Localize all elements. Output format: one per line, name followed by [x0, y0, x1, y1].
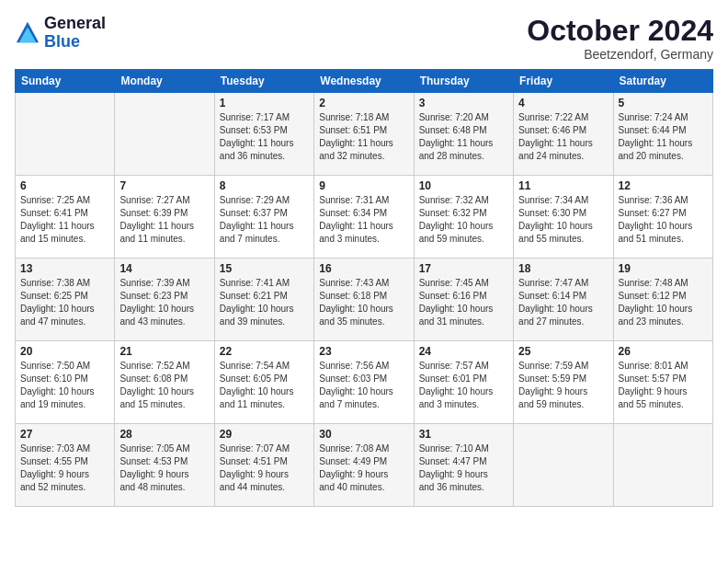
calendar-cell: 11Sunrise: 7:34 AM Sunset: 6:30 PM Dayli…	[514, 176, 613, 259]
day-number: 28	[119, 428, 209, 441]
calendar-cell: 13Sunrise: 7:38 AM Sunset: 6:25 PM Dayli…	[16, 259, 115, 341]
day-number: 3	[419, 97, 508, 109]
day-number: 8	[220, 179, 309, 192]
calendar-cell: 27Sunrise: 7:03 AM Sunset: 4:55 PM Dayli…	[16, 424, 115, 507]
day-header-monday: Monday	[115, 70, 214, 93]
day-info: Sunrise: 7:32 AM Sunset: 6:32 PM Dayligh…	[419, 194, 508, 246]
day-number: 18	[518, 262, 608, 275]
day-info: Sunrise: 7:25 AM Sunset: 6:41 PM Dayligh…	[20, 194, 109, 246]
calendar-cell: 3Sunrise: 7:20 AM Sunset: 6:48 PM Daylig…	[414, 93, 513, 176]
calendar-header-row: SundayMondayTuesdayWednesdayThursdayFrid…	[16, 70, 713, 93]
day-info: Sunrise: 7:31 AM Sunset: 6:34 PM Dayligh…	[319, 194, 408, 246]
calendar-cell: 4Sunrise: 7:22 AM Sunset: 6:46 PM Daylig…	[514, 93, 613, 176]
day-header-wednesday: Wednesday	[314, 70, 414, 93]
day-info: Sunrise: 7:34 AM Sunset: 6:30 PM Dayligh…	[518, 194, 608, 246]
day-info: Sunrise: 8:01 AM Sunset: 5:57 PM Dayligh…	[619, 360, 708, 411]
day-header-tuesday: Tuesday	[214, 70, 313, 93]
day-number: 21	[119, 345, 209, 358]
day-number: 2	[319, 97, 408, 109]
day-info: Sunrise: 7:08 AM Sunset: 4:49 PM Dayligh…	[319, 442, 408, 494]
calendar-cell: 19Sunrise: 7:48 AM Sunset: 6:12 PM Dayli…	[613, 259, 712, 341]
day-info: Sunrise: 7:41 AM Sunset: 6:21 PM Dayligh…	[220, 277, 309, 328]
day-info: Sunrise: 7:17 AM Sunset: 6:53 PM Dayligh…	[220, 111, 309, 163]
calendar-week-row: 6Sunrise: 7:25 AM Sunset: 6:41 PM Daylig…	[16, 176, 713, 259]
calendar-cell: 20Sunrise: 7:50 AM Sunset: 6:10 PM Dayli…	[16, 341, 115, 424]
day-info: Sunrise: 7:59 AM Sunset: 5:59 PM Dayligh…	[518, 360, 608, 411]
day-number: 17	[419, 262, 508, 275]
calendar-cell: 12Sunrise: 7:36 AM Sunset: 6:27 PM Dayli…	[613, 176, 712, 259]
day-number: 22	[220, 345, 309, 358]
day-number: 12	[619, 179, 708, 192]
calendar-cell: 31Sunrise: 7:10 AM Sunset: 4:47 PM Dayli…	[414, 424, 513, 507]
day-info: Sunrise: 7:03 AM Sunset: 4:55 PM Dayligh…	[20, 442, 109, 494]
day-number: 19	[619, 262, 708, 275]
day-header-saturday: Saturday	[613, 70, 712, 93]
day-info: Sunrise: 7:56 AM Sunset: 6:03 PM Dayligh…	[319, 360, 408, 411]
day-info: Sunrise: 7:48 AM Sunset: 6:12 PM Dayligh…	[619, 277, 708, 328]
day-number: 13	[20, 262, 109, 275]
day-number: 26	[619, 345, 708, 358]
calendar-cell: 6Sunrise: 7:25 AM Sunset: 6:41 PM Daylig…	[16, 176, 115, 259]
day-number: 5	[619, 97, 708, 109]
calendar-week-row: 13Sunrise: 7:38 AM Sunset: 6:25 PM Dayli…	[16, 259, 713, 341]
day-info: Sunrise: 7:54 AM Sunset: 6:05 PM Dayligh…	[220, 360, 309, 411]
calendar-cell: 23Sunrise: 7:56 AM Sunset: 6:03 PM Dayli…	[314, 341, 414, 424]
day-number: 24	[419, 345, 508, 358]
day-info: Sunrise: 7:07 AM Sunset: 4:51 PM Dayligh…	[220, 442, 309, 494]
day-number: 20	[20, 345, 109, 358]
logo-text-line2: Blue	[44, 33, 106, 52]
calendar-table: SundayMondayTuesdayWednesdayThursdayFrid…	[15, 69, 713, 507]
day-info: Sunrise: 7:39 AM Sunset: 6:23 PM Dayligh…	[119, 277, 209, 328]
day-number: 15	[220, 262, 309, 275]
day-info: Sunrise: 7:27 AM Sunset: 6:39 PM Dayligh…	[119, 194, 209, 246]
calendar-week-row: 1Sunrise: 7:17 AM Sunset: 6:53 PM Daylig…	[16, 93, 713, 176]
calendar-cell: 26Sunrise: 8:01 AM Sunset: 5:57 PM Dayli…	[613, 341, 712, 424]
calendar-week-row: 20Sunrise: 7:50 AM Sunset: 6:10 PM Dayli…	[16, 341, 713, 424]
day-number: 30	[319, 428, 408, 441]
day-info: Sunrise: 7:18 AM Sunset: 6:51 PM Dayligh…	[319, 111, 408, 163]
day-info: Sunrise: 7:52 AM Sunset: 6:08 PM Dayligh…	[119, 360, 209, 411]
calendar-week-row: 27Sunrise: 7:03 AM Sunset: 4:55 PM Dayli…	[16, 424, 713, 507]
day-number: 14	[119, 262, 209, 275]
day-info: Sunrise: 7:47 AM Sunset: 6:14 PM Dayligh…	[518, 277, 608, 328]
calendar-cell: 7Sunrise: 7:27 AM Sunset: 6:39 PM Daylig…	[115, 176, 214, 259]
day-header-friday: Friday	[514, 70, 613, 93]
day-info: Sunrise: 7:57 AM Sunset: 6:01 PM Dayligh…	[419, 360, 508, 411]
calendar-cell: 14Sunrise: 7:39 AM Sunset: 6:23 PM Dayli…	[115, 259, 214, 341]
day-info: Sunrise: 7:50 AM Sunset: 6:10 PM Dayligh…	[20, 360, 109, 411]
day-number: 1	[220, 97, 309, 109]
day-number: 4	[518, 97, 608, 109]
day-info: Sunrise: 7:24 AM Sunset: 6:44 PM Dayligh…	[619, 111, 708, 163]
day-number: 10	[419, 179, 508, 192]
day-info: Sunrise: 7:45 AM Sunset: 6:16 PM Dayligh…	[419, 277, 508, 328]
title-area: October 2024 Beetzendorf, Germany	[527, 15, 713, 62]
day-info: Sunrise: 7:22 AM Sunset: 6:46 PM Dayligh…	[518, 111, 608, 163]
calendar-cell: 9Sunrise: 7:31 AM Sunset: 6:34 PM Daylig…	[314, 176, 414, 259]
day-number: 27	[20, 428, 109, 441]
day-info: Sunrise: 7:05 AM Sunset: 4:53 PM Dayligh…	[119, 442, 209, 494]
calendar-cell: 16Sunrise: 7:43 AM Sunset: 6:18 PM Dayli…	[314, 259, 414, 341]
location-subtitle: Beetzendorf, Germany	[527, 47, 713, 62]
calendar-cell: 10Sunrise: 7:32 AM Sunset: 6:32 PM Dayli…	[414, 176, 513, 259]
calendar-cell: 24Sunrise: 7:57 AM Sunset: 6:01 PM Dayli…	[414, 341, 513, 424]
calendar-cell	[16, 93, 115, 176]
calendar-cell: 30Sunrise: 7:08 AM Sunset: 4:49 PM Dayli…	[314, 424, 414, 507]
logo-text-line1: General	[44, 15, 106, 33]
day-number: 31	[419, 428, 508, 441]
day-number: 6	[20, 179, 109, 192]
day-header-sunday: Sunday	[16, 70, 115, 93]
day-number: 23	[319, 345, 408, 358]
month-year-title: October 2024	[527, 15, 713, 47]
day-info: Sunrise: 7:38 AM Sunset: 6:25 PM Dayligh…	[20, 277, 109, 328]
day-number: 29	[220, 428, 309, 441]
calendar-cell: 1Sunrise: 7:17 AM Sunset: 6:53 PM Daylig…	[214, 93, 313, 176]
day-info: Sunrise: 7:10 AM Sunset: 4:47 PM Dayligh…	[419, 442, 508, 494]
calendar-cell: 17Sunrise: 7:45 AM Sunset: 6:16 PM Dayli…	[414, 259, 513, 341]
calendar-cell: 22Sunrise: 7:54 AM Sunset: 6:05 PM Dayli…	[214, 341, 313, 424]
calendar-cell	[115, 93, 214, 176]
calendar-cell	[613, 424, 712, 507]
day-info: Sunrise: 7:36 AM Sunset: 6:27 PM Dayligh…	[619, 194, 708, 246]
calendar-cell: 5Sunrise: 7:24 AM Sunset: 6:44 PM Daylig…	[613, 93, 712, 176]
day-number: 9	[319, 179, 408, 192]
day-info: Sunrise: 7:20 AM Sunset: 6:48 PM Dayligh…	[419, 111, 508, 163]
